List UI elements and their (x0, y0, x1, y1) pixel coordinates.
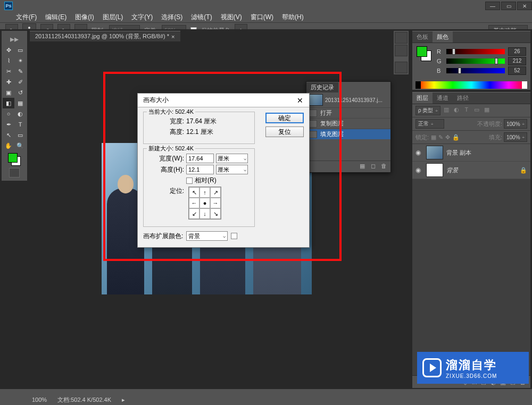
menu-layer[interactable]: 图层(L) (103, 13, 123, 22)
doc-info-chevron[interactable]: ▸ (122, 396, 125, 403)
layer-row-bg[interactable]: ◉ 背景 🔒 (412, 162, 530, 179)
lock-trans-icon[interactable]: ▦ (431, 134, 436, 141)
tab-close-icon[interactable]: × (171, 33, 174, 40)
ok-button[interactable]: 确定 (265, 113, 304, 123)
menu-select[interactable]: 选择(S) (161, 13, 182, 22)
shape-tool[interactable]: ▭ (14, 130, 26, 140)
lasso-tool[interactable]: ⌇ (3, 55, 14, 66)
anchor-grid[interactable]: ↖↑↗ ←●→ ↙↓↘ (188, 187, 221, 220)
path-tool[interactable]: ↖ (3, 130, 14, 140)
menu-help[interactable]: 帮助(H) (282, 13, 304, 22)
menu-file[interactable]: 文件(F) (16, 13, 37, 22)
brush-tool[interactable]: ✐ (14, 77, 26, 87)
g-value[interactable]: 212 (508, 57, 526, 65)
quickmask-toggle[interactable] (9, 168, 20, 178)
marquee-tool[interactable]: ▭ (14, 45, 26, 55)
r-slider[interactable] (446, 49, 505, 54)
foreground-color[interactable] (8, 153, 18, 163)
crop-tool[interactable]: ✂ (3, 66, 14, 77)
blend-mode-select[interactable]: 正常 (415, 119, 444, 129)
filter-pixel-icon[interactable]: ▥ (442, 106, 451, 115)
dialog-close-button[interactable]: ✕ (294, 96, 306, 105)
panel-color-swatch[interactable] (417, 46, 431, 61)
height-unit-select[interactable]: 厘米 (216, 165, 248, 174)
type-tool[interactable]: T (14, 119, 26, 130)
gradient-tool[interactable]: ▦ (14, 98, 26, 108)
dock-icon-2[interactable] (395, 45, 408, 56)
eyedropper-tool[interactable]: ✎ (14, 66, 26, 77)
close-button[interactable]: ✕ (517, 2, 532, 10)
filter-type-icon[interactable]: T (462, 106, 471, 115)
paths-tab[interactable]: 路径 (453, 92, 473, 104)
history-brush-tool[interactable]: ↺ (14, 87, 26, 98)
color-swatch[interactable] (8, 153, 21, 166)
opacity-input[interactable]: 100% (504, 119, 527, 129)
fill-input[interactable]: 100% (504, 132, 527, 142)
history-snapshot-thumb[interactable] (308, 94, 323, 106)
layer-name[interactable]: 背景 (446, 166, 458, 174)
ext-color-select[interactable]: 背景 (186, 231, 228, 241)
layer-name[interactable]: 背景 副本 (446, 149, 471, 157)
color-spectrum[interactable] (415, 81, 527, 89)
new-doc-from-state-icon[interactable]: ▦ (359, 163, 366, 170)
ext-color-swatch[interactable] (231, 233, 237, 239)
minimize-button[interactable]: — (485, 2, 500, 10)
height-input[interactable] (186, 165, 214, 174)
layer-thumb[interactable] (426, 163, 443, 177)
maximize-button[interactable]: ▭ (501, 2, 516, 10)
heal-tool[interactable]: ✚ (3, 77, 14, 87)
history-item-copy-layer[interactable]: 复制图层 (306, 118, 390, 129)
filter-smart-icon[interactable]: ▦ (483, 106, 491, 115)
zoom-tool[interactable]: 🔍 (14, 140, 26, 151)
lock-pos-icon[interactable]: ✥ (445, 134, 450, 141)
visibility-icon[interactable]: ◉ (415, 149, 423, 156)
filter-shape-icon[interactable]: ▭ (472, 106, 481, 115)
history-item-fill-layer[interactable]: 填充图层 (306, 129, 390, 139)
delete-state-icon[interactable]: 🗑 (380, 163, 387, 170)
document-tab[interactable]: 20131125140313937.jpg @ 100% (背景, RGB/8#… (30, 31, 180, 41)
visibility-icon[interactable]: ◉ (415, 166, 423, 174)
menu-type[interactable]: 文字(Y) (131, 13, 153, 22)
menu-filter[interactable]: 滤镜(T) (191, 13, 212, 22)
layer-filter-select[interactable]: ρ 类型 (415, 106, 440, 115)
relative-checkbox[interactable] (186, 178, 193, 184)
history-item-open[interactable]: 打开 (306, 107, 390, 118)
zoom-display[interactable]: 100% (32, 396, 47, 403)
color-tab[interactable]: 颜色 (433, 31, 453, 43)
menu-view[interactable]: 视图(V) (221, 13, 242, 22)
filter-adjust-icon[interactable]: ◐ (452, 106, 461, 115)
toolbox-expand[interactable]: ▸▸ (3, 33, 26, 45)
b-value[interactable]: 52 (508, 66, 526, 75)
dialog-titlebar[interactable]: 画布大小 ✕ (138, 94, 309, 107)
hand-tool[interactable]: ✋ (3, 140, 14, 151)
move-tool[interactable]: ✥ (3, 45, 14, 55)
channels-tab[interactable]: 通道 (433, 92, 453, 104)
dodge-tool[interactable]: ◐ (14, 108, 26, 119)
width-unit-select[interactable]: 厘米 (216, 154, 248, 163)
layers-tab[interactable]: 图层 (412, 92, 433, 104)
r-value[interactable]: 26 (508, 47, 526, 56)
dock-icon-1[interactable] (395, 32, 408, 44)
cancel-button[interactable]: 复位 (265, 126, 304, 137)
stamp-tool[interactable]: ▣ (3, 87, 14, 98)
history-panel[interactable]: 历史记录 20131125140313937.j... 打开 复制图层 填充图层… (306, 81, 391, 173)
b-slider[interactable] (446, 68, 505, 73)
blur-tool[interactable]: ○ (3, 108, 14, 119)
width-input[interactable] (186, 154, 214, 163)
pen-tool[interactable]: ✒ (3, 119, 14, 130)
new-snapshot-icon[interactable]: ◻ (369, 163, 377, 170)
swatches-tab[interactable]: 色板 (412, 31, 433, 43)
history-tab[interactable]: 历史记录 (306, 82, 338, 92)
wand-tool[interactable]: ✴ (14, 55, 26, 66)
menu-image[interactable]: 图像(I) (75, 13, 94, 22)
menu-edit[interactable]: 编辑(E) (45, 13, 66, 22)
layer-thumb[interactable] (426, 146, 443, 159)
lock-all-icon[interactable]: 🔒 (452, 134, 460, 141)
g-slider[interactable] (446, 58, 505, 64)
dock-icon-3[interactable] (395, 62, 408, 73)
menu-window[interactable]: 窗口(W) (251, 13, 273, 22)
lock-pixel-icon[interactable]: ✎ (438, 134, 443, 141)
eraser-tool[interactable]: ◧ (3, 98, 14, 108)
layer-row-copy[interactable]: ◉ 背景 副本 (412, 144, 530, 162)
doc-info[interactable]: 文档:502.4 K/502.4K (57, 396, 111, 404)
